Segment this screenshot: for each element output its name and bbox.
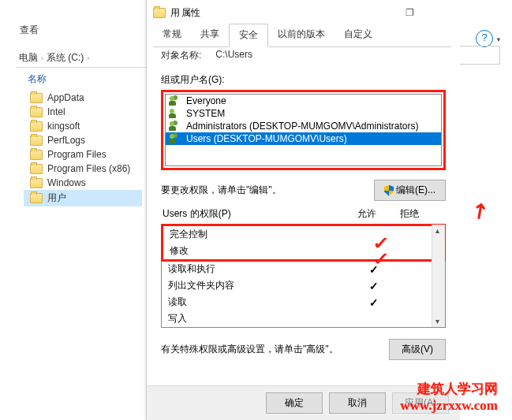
permission-row[interactable]: 完全控制 [163, 226, 443, 243]
advanced-button[interactable]: 高级(V) [389, 339, 446, 360]
cancel-button[interactable]: 取消 [329, 392, 386, 414]
restore-window-icon[interactable]: ❐ [394, 2, 425, 24]
permissions-title: Users 的权限(P) [163, 207, 231, 221]
shield-icon [384, 185, 394, 196]
tab-2[interactable]: 安全 [229, 24, 268, 47]
permission-name: 读取和执行 [168, 262, 357, 276]
folder-item[interactable]: 用户 [24, 190, 142, 206]
chevron-right-icon: › [87, 54, 89, 62]
chevron-right-icon: › [41, 54, 43, 62]
permission-name: 列出文件夹内容 [168, 279, 357, 292]
group-item[interactable]: Everyone [166, 95, 441, 107]
scrollbar[interactable] [432, 225, 445, 327]
allow-checkmark: ✓ [357, 296, 391, 309]
folder-label: PerfLogs [47, 135, 85, 146]
permission-row[interactable]: 读取✓ [162, 294, 445, 310]
folder-label: Program Files (x86) [47, 163, 130, 174]
folder-icon [30, 121, 43, 132]
tab-0[interactable]: 常规 [153, 24, 191, 46]
edit-button[interactable]: 编辑(E)... [374, 180, 446, 201]
folder-label: Intel [47, 106, 65, 117]
edit-hint-text: 要更改权限，请单击"编辑"。 [161, 184, 282, 197]
permission-row[interactable]: 修改 [163, 243, 443, 259]
search-input[interactable] [453, 46, 500, 65]
folder-icon [30, 193, 43, 203]
permission-name: 写入 [168, 312, 357, 325]
folder-icon [30, 136, 43, 146]
folder-item[interactable]: kingsoft [24, 119, 142, 133]
folder-item[interactable]: PerfLogs [24, 133, 142, 147]
group-user-list[interactable]: EveryoneSYSTEMAdministrators (DESKTOP-MU… [165, 94, 442, 166]
users-icon [169, 121, 181, 132]
help-icon[interactable]: ? [476, 30, 493, 47]
folder-item[interactable]: Intel [24, 105, 142, 119]
allow-column-header: 允许 [357, 207, 376, 221]
group-item[interactable]: SYSTEM [166, 107, 441, 120]
permissions-list[interactable]: 完全控制修改 读取和执行✓列出文件夹内容✓读取✓写入 [161, 224, 446, 328]
folder-label: 用户 [47, 191, 66, 205]
users-icon [169, 108, 181, 119]
object-name-label: 对象名称: [161, 49, 201, 62]
folder-list: AppDataIntelkingsoftPerfLogsProgram File… [24, 91, 142, 206]
permission-name: 读取 [168, 295, 357, 309]
folder-item[interactable]: Windows [24, 176, 142, 190]
tab-strip: 常规共享安全以前的版本自定义 [153, 24, 451, 47]
folder-icon [30, 178, 43, 188]
annotation-red-box-perms: 完全控制修改 [161, 224, 446, 262]
breadcrumb-drive[interactable]: 系统 (C:) [47, 51, 84, 65]
permission-name: 修改 [170, 244, 355, 258]
group-item-label: Administrators (DESKTOP-MUMGOMV\Administ… [186, 121, 419, 132]
permission-row[interactable]: 列出文件夹内容✓ [162, 277, 445, 294]
properties-dialog: 用 属性 ❐ 常规共享安全以前的版本自定义 对象名称: C:\Users 组或用… [146, 0, 460, 420]
folder-icon [30, 93, 43, 103]
permissions-header: Users 的权限(P) 允许 拒绝 [161, 207, 446, 221]
folder-label: kingsoft [47, 121, 80, 132]
tab-1[interactable]: 共享 [191, 24, 229, 46]
object-name-value: C:\Users [215, 49, 252, 62]
folder-icon [153, 8, 166, 18]
dialog-title: 用 属性 [153, 6, 200, 20]
tab-4[interactable]: 自定义 [334, 24, 382, 46]
users-icon [169, 95, 181, 106]
annotation-checkmark-icon: ✓ [372, 249, 390, 269]
group-item-label: SYSTEM [186, 108, 225, 119]
folder-item[interactable]: AppData [24, 91, 142, 105]
ok-button[interactable]: 确定 [266, 392, 323, 414]
explorer-tab-view[interactable]: 查看 [20, 24, 39, 37]
chevron-down-icon[interactable]: ▼ [495, 36, 502, 43]
allow-checkmark: ✓ [357, 280, 391, 292]
group-item-label: Everyone [186, 95, 226, 106]
folder-item[interactable]: Program Files [24, 147, 142, 162]
users-icon [169, 133, 181, 144]
folder-icon [30, 107, 43, 117]
permission-name: 完全控制 [170, 228, 355, 241]
dialog-button-row: 确定 取消 应用(A) [147, 385, 460, 420]
folder-label: Windows [47, 177, 86, 188]
deny-column-header: 拒绝 [400, 207, 419, 221]
group-users-label: 组或用户名(G): [161, 73, 446, 87]
folder-icon [30, 164, 43, 174]
folder-label: Program Files [47, 149, 107, 160]
folder-label: AppData [47, 92, 84, 103]
annotation-red-box-groups: EveryoneSYSTEMAdministrators (DESKTOP-MU… [161, 90, 446, 170]
group-item[interactable]: Users (DESKTOP-MUMGOMV\Users) [166, 132, 441, 145]
folder-item[interactable]: Program Files (x86) [24, 162, 142, 176]
column-header-name[interactable]: 名称 [28, 72, 47, 86]
group-item-label: Users (DESKTOP-MUMGOMV\Users) [186, 133, 347, 144]
permission-row[interactable]: 读取和执行✓ [162, 261, 445, 277]
object-name-row: 对象名称: C:\Users [161, 49, 446, 62]
tab-3[interactable]: 以前的版本 [268, 24, 334, 46]
folder-icon [30, 150, 43, 160]
group-item[interactable]: Administrators (DESKTOP-MUMGOMV\Administ… [166, 120, 441, 132]
permission-row[interactable]: 写入 [162, 310, 445, 327]
advanced-hint-text: 有关特殊权限或高级设置，请单击"高级"。 [161, 343, 338, 356]
apply-button[interactable]: 应用(A) [392, 392, 449, 414]
breadcrumb-pc[interactable]: 电脑 [19, 51, 38, 65]
